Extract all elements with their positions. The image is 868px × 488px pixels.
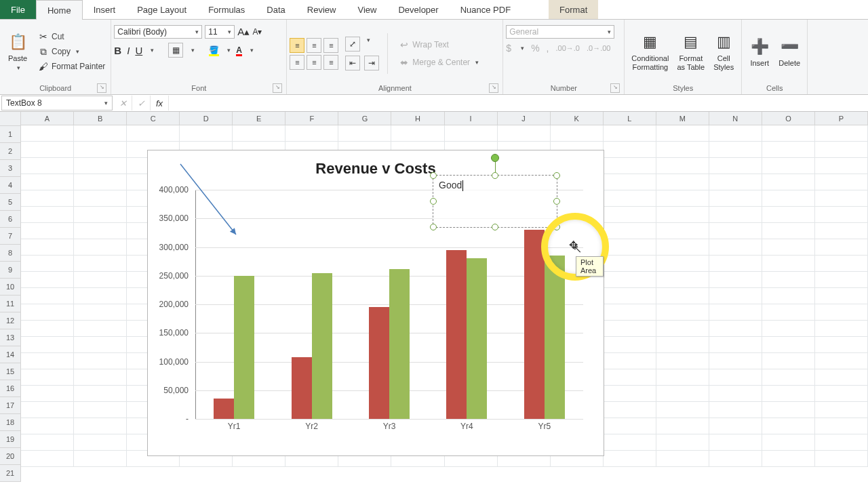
row-header[interactable]: 11 xyxy=(0,296,21,312)
bar-revenue[interactable] xyxy=(214,399,234,419)
cell[interactable] xyxy=(656,434,709,451)
cell[interactable] xyxy=(604,386,656,402)
cell[interactable] xyxy=(815,337,868,353)
chart-object[interactable]: Revenue v Costs -50,000100,000150,000200… xyxy=(147,150,604,456)
cell[interactable] xyxy=(709,158,762,174)
resize-handle-e[interactable] xyxy=(553,198,560,205)
column-header[interactable]: N xyxy=(709,112,762,125)
row-header[interactable]: 5 xyxy=(0,194,21,211)
cell[interactable] xyxy=(762,321,815,337)
grow-font-icon[interactable]: A▴ xyxy=(237,26,250,38)
cell[interactable] xyxy=(709,402,762,418)
resize-handle-s[interactable] xyxy=(492,224,498,230)
insert-cells-button[interactable]: ➕Insert xyxy=(745,35,774,69)
row-header[interactable]: 18 xyxy=(0,414,21,431)
cell[interactable] xyxy=(709,239,762,256)
cell[interactable] xyxy=(762,386,815,402)
align-top-center[interactable]: ≡ xyxy=(307,38,321,53)
rotation-handle[interactable] xyxy=(491,154,499,162)
cell[interactable] xyxy=(233,125,285,142)
format-as-table-button[interactable]: ▤Format as Table xyxy=(673,30,709,73)
column-header[interactable]: C xyxy=(127,112,180,125)
accounting-format-button[interactable]: $ xyxy=(506,43,511,54)
cell[interactable] xyxy=(656,158,709,174)
cell[interactable] xyxy=(656,369,709,386)
cell[interactable] xyxy=(762,272,815,288)
row-header[interactable]: 4 xyxy=(0,177,21,194)
cell[interactable] xyxy=(21,337,74,353)
bar-costs[interactable] xyxy=(389,269,410,419)
row-header[interactable]: 15 xyxy=(0,363,21,380)
cell[interactable] xyxy=(604,239,656,256)
cell[interactable] xyxy=(709,353,762,369)
cell[interactable] xyxy=(815,451,868,467)
row-header[interactable]: 9 xyxy=(0,262,21,279)
cell[interactable] xyxy=(74,223,127,239)
dialog-launcher-icon[interactable]: ↘ xyxy=(97,83,106,93)
cell[interactable] xyxy=(604,321,656,337)
cell[interactable] xyxy=(815,321,868,337)
format-painter-button[interactable]: 🖌Format Painter xyxy=(35,60,108,73)
cell[interactable] xyxy=(709,434,762,451)
cell[interactable] xyxy=(21,386,74,402)
cell[interactable] xyxy=(604,337,656,353)
row-header[interactable]: 16 xyxy=(0,380,21,397)
column-header[interactable]: A xyxy=(21,112,74,125)
shrink-font-icon[interactable]: A▾ xyxy=(252,27,262,37)
cell[interactable] xyxy=(656,386,709,402)
cell[interactable] xyxy=(762,353,815,369)
row-header[interactable]: 14 xyxy=(0,346,21,363)
cell[interactable] xyxy=(74,386,127,402)
cell[interactable] xyxy=(656,256,709,272)
tab-insert[interactable]: Insert xyxy=(83,0,127,19)
cell[interactable] xyxy=(815,223,868,239)
bold-button[interactable]: B xyxy=(114,45,121,56)
cell[interactable] xyxy=(604,256,656,272)
cell[interactable] xyxy=(815,304,868,321)
row-header[interactable]: 3 xyxy=(0,160,21,177)
cell[interactable] xyxy=(21,288,74,304)
cell[interactable] xyxy=(815,369,868,386)
cell[interactable] xyxy=(815,402,868,418)
cell[interactable] xyxy=(656,190,709,207)
orientation-button[interactable]: ⤢ xyxy=(345,37,360,52)
cell[interactable] xyxy=(21,239,74,256)
cell[interactable] xyxy=(498,125,551,142)
cell[interactable] xyxy=(656,418,709,434)
cell[interactable] xyxy=(21,369,74,386)
row-header[interactable]: 12 xyxy=(0,312,21,329)
cut-button[interactable]: ✂Cut xyxy=(35,30,108,43)
column-header[interactable]: J xyxy=(498,112,551,125)
column-header[interactable]: D xyxy=(180,112,233,125)
bar-revenue[interactable] xyxy=(446,250,467,419)
increase-decimal-button[interactable]: .00→.0 xyxy=(556,44,580,52)
cell[interactable] xyxy=(21,451,74,467)
column-header[interactable]: G xyxy=(338,112,391,125)
cell[interactable] xyxy=(709,418,762,434)
cell[interactable] xyxy=(762,369,815,386)
cell[interactable] xyxy=(74,337,127,353)
cell[interactable] xyxy=(709,256,762,272)
cell[interactable] xyxy=(762,158,815,174)
cell[interactable] xyxy=(709,304,762,321)
cell[interactable] xyxy=(604,223,656,239)
fx-button[interactable]: fx xyxy=(151,96,169,110)
cell[interactable] xyxy=(709,321,762,337)
cell[interactable] xyxy=(74,353,127,369)
cell[interactable] xyxy=(74,256,127,272)
cell[interactable] xyxy=(21,256,74,272)
cell[interactable] xyxy=(604,304,656,321)
cell[interactable] xyxy=(604,369,656,386)
cell[interactable] xyxy=(74,125,127,142)
tab-page-layout[interactable]: Page Layout xyxy=(126,0,197,19)
cell[interactable] xyxy=(656,174,709,190)
cell[interactable] xyxy=(656,451,709,467)
cell[interactable] xyxy=(656,207,709,223)
tab-formulas[interactable]: Formulas xyxy=(197,0,256,19)
cell[interactable] xyxy=(74,207,127,223)
cell[interactable] xyxy=(709,337,762,353)
row-header[interactable]: 21 xyxy=(0,465,21,482)
bar-costs[interactable] xyxy=(234,276,254,419)
cell[interactable] xyxy=(74,272,127,288)
y-axis[interactable]: -50,000100,000150,000200,000250,000300,0… xyxy=(148,190,194,419)
